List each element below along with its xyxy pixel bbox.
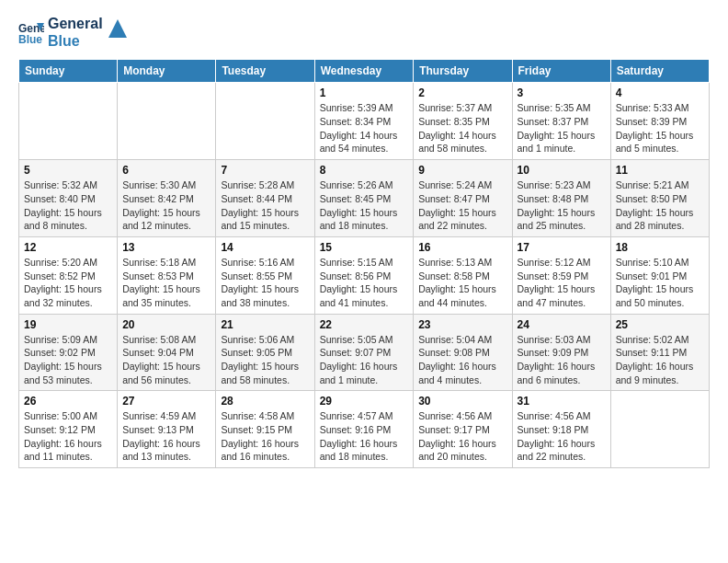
day-number: 29 [320, 395, 409, 408]
logo-blue: Blue [48, 32, 103, 50]
calendar-day-29: 29Sunrise: 4:57 AM Sunset: 9:16 PM Dayli… [314, 391, 414, 468]
day-info: Sunrise: 5:37 AM Sunset: 8:35 PM Dayligh… [418, 101, 506, 155]
calendar-day-2: 2Sunrise: 5:37 AM Sunset: 8:35 PM Daylig… [414, 83, 512, 160]
calendar-day-22: 22Sunrise: 5:05 AM Sunset: 9:07 PM Dayli… [314, 314, 414, 391]
day-info: Sunrise: 5:23 AM Sunset: 8:48 PM Dayligh… [518, 178, 606, 233]
calendar-day-30: 30Sunrise: 4:56 AM Sunset: 9:17 PM Dayli… [414, 391, 512, 468]
day-info: Sunrise: 5:09 AM Sunset: 9:02 PM Dayligh… [24, 333, 112, 387]
calendar-day-14: 14Sunrise: 5:16 AM Sunset: 8:55 PM Dayli… [216, 236, 314, 314]
calendar-week-row: 26Sunrise: 5:00 AM Sunset: 9:12 PM Dayli… [19, 391, 710, 468]
day-number: 9 [418, 164, 506, 177]
calendar-day-15: 15Sunrise: 5:15 AM Sunset: 8:56 PM Dayli… [314, 236, 414, 314]
day-header-sunday: Sunday [19, 60, 118, 83]
day-info: Sunrise: 5:08 AM Sunset: 9:04 PM Dayligh… [122, 333, 210, 387]
day-info: Sunrise: 5:28 AM Sunset: 8:44 PM Dayligh… [221, 178, 309, 233]
day-number: 25 [616, 318, 704, 331]
day-info: Sunrise: 5:35 AM Sunset: 8:37 PM Dayligh… [518, 101, 606, 155]
calendar-day-7: 7Sunrise: 5:28 AM Sunset: 8:44 PM Daylig… [216, 160, 314, 237]
day-header-monday: Monday [118, 60, 216, 83]
calendar-day-4: 4Sunrise: 5:33 AM Sunset: 8:39 PM Daylig… [610, 83, 709, 160]
day-number: 20 [122, 318, 210, 331]
day-info: Sunrise: 4:56 AM Sunset: 9:18 PM Dayligh… [518, 409, 606, 464]
day-info: Sunrise: 5:20 AM Sunset: 8:52 PM Dayligh… [24, 256, 112, 310]
calendar-day-24: 24Sunrise: 5:03 AM Sunset: 9:09 PM Dayli… [512, 314, 610, 391]
calendar-day-1: 1Sunrise: 5:39 AM Sunset: 8:34 PM Daylig… [314, 83, 414, 160]
calendar-day-6: 6Sunrise: 5:30 AM Sunset: 8:42 PM Daylig… [118, 160, 216, 237]
day-info: Sunrise: 5:39 AM Sunset: 8:34 PM Dayligh… [320, 101, 409, 155]
day-number: 19 [24, 318, 112, 331]
day-header-friday: Friday [512, 60, 610, 83]
day-info: Sunrise: 5:24 AM Sunset: 8:47 PM Dayligh… [418, 178, 506, 233]
calendar-day-16: 16Sunrise: 5:13 AM Sunset: 8:58 PM Dayli… [414, 236, 512, 314]
calendar-day-3: 3Sunrise: 5:35 AM Sunset: 8:37 PM Daylig… [512, 83, 610, 160]
day-number: 13 [122, 241, 210, 254]
calendar-day-9: 9Sunrise: 5:24 AM Sunset: 8:47 PM Daylig… [414, 160, 512, 237]
day-number: 15 [320, 241, 409, 254]
calendar-day-10: 10Sunrise: 5:23 AM Sunset: 8:48 PM Dayli… [512, 160, 610, 237]
day-number: 17 [518, 241, 606, 254]
day-info: Sunrise: 4:57 AM Sunset: 9:16 PM Dayligh… [320, 409, 409, 464]
calendar-empty-cell [19, 83, 118, 160]
calendar-header-row: SundayMondayTuesdayWednesdayThursdayFrid… [19, 60, 710, 83]
day-number: 8 [320, 164, 409, 177]
calendar-day-11: 11Sunrise: 5:21 AM Sunset: 8:50 PM Dayli… [610, 160, 709, 237]
calendar-week-row: 12Sunrise: 5:20 AM Sunset: 8:52 PM Dayli… [19, 236, 710, 314]
day-number: 27 [122, 395, 210, 408]
logo-triangle-icon [108, 19, 127, 38]
day-number: 10 [518, 164, 606, 177]
day-info: Sunrise: 5:15 AM Sunset: 8:56 PM Dayligh… [320, 256, 409, 310]
day-number: 24 [518, 318, 606, 331]
logo-general: General [48, 15, 103, 32]
calendar-empty-cell [216, 83, 314, 160]
day-info: Sunrise: 5:04 AM Sunset: 9:08 PM Dayligh… [418, 333, 506, 387]
calendar-day-12: 12Sunrise: 5:20 AM Sunset: 8:52 PM Dayli… [19, 236, 118, 314]
day-number: 12 [24, 241, 112, 254]
day-info: Sunrise: 5:26 AM Sunset: 8:45 PM Dayligh… [320, 178, 409, 233]
day-number: 28 [221, 395, 309, 408]
day-header-saturday: Saturday [610, 60, 709, 83]
calendar-day-8: 8Sunrise: 5:26 AM Sunset: 8:45 PM Daylig… [314, 160, 414, 237]
day-number: 18 [616, 241, 704, 254]
day-number: 1 [320, 86, 409, 99]
day-info: Sunrise: 5:16 AM Sunset: 8:55 PM Dayligh… [221, 256, 309, 310]
calendar-week-row: 19Sunrise: 5:09 AM Sunset: 9:02 PM Dayli… [19, 314, 710, 391]
calendar-day-25: 25Sunrise: 5:02 AM Sunset: 9:11 PM Dayli… [610, 314, 709, 391]
day-info: Sunrise: 5:21 AM Sunset: 8:50 PM Dayligh… [616, 178, 704, 233]
calendar-week-row: 1Sunrise: 5:39 AM Sunset: 8:34 PM Daylig… [19, 83, 710, 160]
calendar-day-18: 18Sunrise: 5:10 AM Sunset: 9:01 PM Dayli… [610, 236, 709, 314]
calendar-empty-cell [118, 83, 216, 160]
calendar-day-17: 17Sunrise: 5:12 AM Sunset: 8:59 PM Dayli… [512, 236, 610, 314]
day-info: Sunrise: 5:00 AM Sunset: 9:12 PM Dayligh… [24, 409, 112, 464]
calendar-table: SundayMondayTuesdayWednesdayThursdayFrid… [18, 59, 710, 468]
day-info: Sunrise: 5:02 AM Sunset: 9:11 PM Dayligh… [616, 333, 704, 387]
day-number: 2 [418, 86, 506, 99]
day-info: Sunrise: 5:18 AM Sunset: 8:53 PM Dayligh… [122, 256, 210, 310]
day-info: Sunrise: 5:05 AM Sunset: 9:07 PM Dayligh… [320, 333, 409, 387]
calendar-week-row: 5Sunrise: 5:32 AM Sunset: 8:40 PM Daylig… [19, 160, 710, 237]
day-number: 23 [418, 318, 506, 331]
day-number: 22 [320, 318, 409, 331]
day-header-thursday: Thursday [414, 60, 512, 83]
calendar-day-21: 21Sunrise: 5:06 AM Sunset: 9:05 PM Dayli… [216, 314, 314, 391]
day-number: 4 [616, 86, 704, 99]
calendar-day-20: 20Sunrise: 5:08 AM Sunset: 9:04 PM Dayli… [118, 314, 216, 391]
svg-marker-3 [108, 19, 127, 38]
day-header-wednesday: Wednesday [314, 60, 414, 83]
svg-text:Blue: Blue [18, 33, 42, 45]
day-number: 16 [418, 241, 506, 254]
day-info: Sunrise: 4:59 AM Sunset: 9:13 PM Dayligh… [122, 409, 210, 464]
day-info: Sunrise: 5:13 AM Sunset: 8:58 PM Dayligh… [418, 256, 506, 310]
calendar-day-23: 23Sunrise: 5:04 AM Sunset: 9:08 PM Dayli… [414, 314, 512, 391]
day-number: 11 [616, 164, 704, 177]
day-number: 26 [24, 395, 112, 408]
day-number: 21 [221, 318, 309, 331]
calendar-day-31: 31Sunrise: 4:56 AM Sunset: 9:18 PM Dayli… [512, 391, 610, 468]
day-number: 6 [122, 164, 210, 177]
calendar-day-26: 26Sunrise: 5:00 AM Sunset: 9:12 PM Dayli… [19, 391, 118, 468]
day-info: Sunrise: 4:56 AM Sunset: 9:17 PM Dayligh… [418, 409, 506, 464]
calendar-day-5: 5Sunrise: 5:32 AM Sunset: 8:40 PM Daylig… [19, 160, 118, 237]
day-number: 14 [221, 241, 309, 254]
calendar-day-28: 28Sunrise: 4:58 AM Sunset: 9:15 PM Dayli… [216, 391, 314, 468]
day-info: Sunrise: 5:03 AM Sunset: 9:09 PM Dayligh… [518, 333, 606, 387]
day-number: 7 [221, 164, 309, 177]
